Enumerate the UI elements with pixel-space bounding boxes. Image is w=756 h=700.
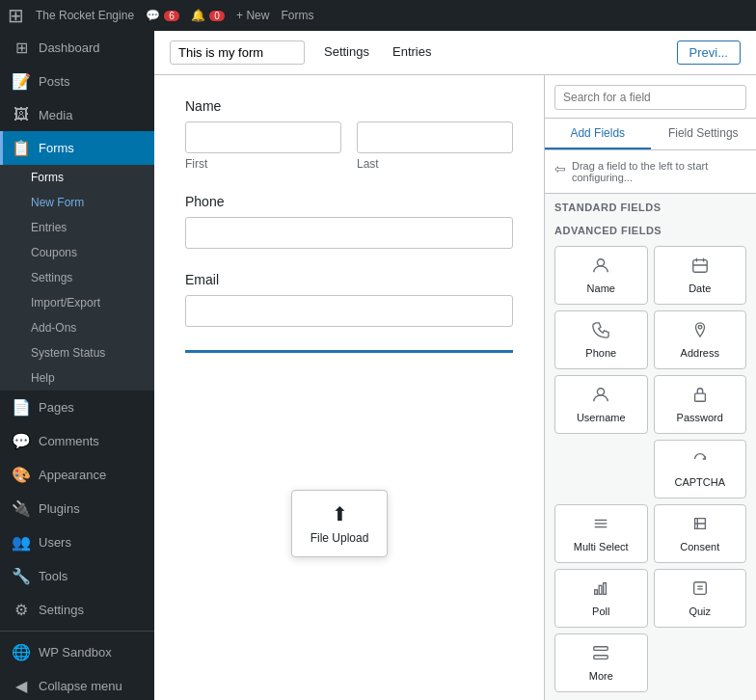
field-card-multi-select[interactable]: Multi Select xyxy=(554,504,648,563)
svg-point-3 xyxy=(598,389,605,395)
field-card-phone[interactable]: Phone xyxy=(554,310,648,369)
multi-select-field-icon xyxy=(592,515,609,537)
field-card-poll[interactable]: Poll xyxy=(554,569,648,628)
forms-label: Forms xyxy=(39,141,74,155)
file-upload-label: File Upload xyxy=(310,531,369,545)
section-label-standard: Standard Fields xyxy=(545,194,756,217)
sidebar-sub-coupons[interactable]: Coupons xyxy=(0,240,154,265)
content-area: This is my form Settings Entries Previ..… xyxy=(154,31,756,700)
tab-add-fields[interactable]: Add Fields xyxy=(545,119,651,149)
field-card-address[interactable]: Address xyxy=(654,310,747,369)
posts-label: Posts xyxy=(39,74,70,89)
input-phone[interactable] xyxy=(185,217,513,249)
field-card-quiz[interactable]: Quiz xyxy=(654,569,747,628)
sidebar-sub-help[interactable]: Help xyxy=(0,365,154,390)
field-search-wrapper xyxy=(545,75,756,119)
sidebar-item-users[interactable]: 👥 Users xyxy=(0,525,154,559)
sidebar-item-wp-sandbox[interactable]: 🌐 WP Sandbox xyxy=(0,635,154,669)
consent-field-icon xyxy=(691,515,709,537)
svg-rect-15 xyxy=(594,656,608,660)
wp-sandbox-label: WP Sandbox xyxy=(39,645,112,660)
tab-field-settings[interactable]: Field Settings xyxy=(651,119,757,149)
field-card-more[interactable]: More xyxy=(554,633,648,692)
sidebar-item-posts[interactable]: 📝 Posts xyxy=(0,65,154,98)
sidebar-collapse-button[interactable]: ◀ Collapse menu xyxy=(0,669,154,700)
password-field-icon xyxy=(691,386,709,408)
comments-item[interactable]: 💬 6 xyxy=(146,9,179,22)
comments-badge: 6 xyxy=(164,11,179,21)
new-content-button[interactable]: + New xyxy=(236,9,269,22)
wp-logo-icon[interactable]: ⊞ xyxy=(8,4,24,27)
sidebar-item-settings[interactable]: ⚙ Settings xyxy=(0,593,154,627)
phone-field-label: Phone xyxy=(585,347,616,359)
sidebar-item-dashboard[interactable]: ⊞ Dashboard xyxy=(0,31,154,65)
tools-label: Tools xyxy=(39,569,68,583)
admin-bar: ⊞ The Rocket Engine 💬 6 🔔 0 + New Forms xyxy=(0,0,756,31)
site-name-label: The Rocket Engine xyxy=(36,9,134,22)
sidebar-sub-add-ons[interactable]: Add-Ons xyxy=(0,315,154,340)
field-search-input[interactable] xyxy=(554,85,746,110)
field-card-username[interactable]: Username xyxy=(554,375,648,434)
name-field-label: Name xyxy=(587,283,615,294)
sidebar-sub-new-form[interactable]: New Form xyxy=(0,190,154,215)
fields-scroll-area: Standard Fields Advanced Fields Name xyxy=(545,194,756,700)
svg-rect-8 xyxy=(595,590,598,595)
comments-icon: 💬 xyxy=(12,432,31,450)
input-last-name[interactable] xyxy=(357,121,513,153)
comments-label: Comments xyxy=(39,434,99,448)
field-card-consent[interactable]: Consent xyxy=(654,504,747,563)
tab-entries[interactable]: Entries xyxy=(389,33,435,72)
sidebar-sub-import-export[interactable]: Import/Export xyxy=(0,290,154,315)
address-field-icon xyxy=(691,321,709,343)
svg-rect-14 xyxy=(594,647,608,651)
sub-label-last: Last xyxy=(357,157,513,171)
updates-icon: 🔔 xyxy=(191,9,205,22)
address-field-label: Address xyxy=(681,347,719,359)
multi-select-field-label: Multi Select xyxy=(574,541,629,552)
sidebar-item-media[interactable]: 🖼 Media xyxy=(0,98,154,131)
site-name[interactable]: The Rocket Engine xyxy=(36,9,134,22)
form-select-wrapper: This is my form xyxy=(170,40,305,65)
form-selector[interactable]: This is my form xyxy=(170,40,305,65)
forms-submenu: Forms New Form Entries Coupons Settings … xyxy=(0,165,154,390)
sidebar-item-plugins[interactable]: 🔌 Plugins xyxy=(0,492,154,525)
sidebar-item-appearance[interactable]: 🎨 Appearance xyxy=(0,458,154,492)
sidebar-item-tools[interactable]: 🔧 Tools xyxy=(0,559,154,593)
field-card-captcha[interactable]: CAPTCHA xyxy=(654,440,747,498)
consent-field-label: Consent xyxy=(680,541,719,552)
wp-sandbox-icon: 🌐 xyxy=(12,643,31,661)
form-canvas: Name First Last Phone xyxy=(154,75,544,700)
sidebar-item-pages[interactable]: 📄 Pages xyxy=(0,390,154,424)
tools-icon: 🔧 xyxy=(12,567,31,585)
sidebar-sub-settings[interactable]: Settings xyxy=(0,265,154,290)
sidebar-sub-system-status[interactable]: System Status xyxy=(0,340,154,365)
input-email[interactable] xyxy=(185,295,513,327)
forms-icon: 📋 xyxy=(12,139,31,157)
updates-item[interactable]: 🔔 0 xyxy=(191,9,225,22)
sidebar-item-comments[interactable]: 💬 Comments xyxy=(0,424,154,458)
dashboard-icon: ⊞ xyxy=(12,39,31,57)
sidebar-sub-entries[interactable]: Entries xyxy=(0,215,154,240)
field-card-date[interactable]: Date xyxy=(654,246,747,305)
svg-rect-1 xyxy=(693,260,707,273)
input-wrapper-phone xyxy=(185,217,513,249)
forms-admin-bar-label: Forms xyxy=(281,9,313,22)
forms-admin-bar-item[interactable]: Forms xyxy=(281,9,313,22)
preview-button[interactable]: Previ... xyxy=(677,40,741,65)
field-label-name: Name xyxy=(185,98,513,114)
sidebar-item-forms[interactable]: 📋 Forms xyxy=(0,131,154,165)
username-field-icon xyxy=(592,386,609,408)
more-field-label: More xyxy=(589,670,613,682)
dashboard-label: Dashboard xyxy=(39,40,100,55)
password-field-label: Password xyxy=(677,412,723,423)
users-icon: 👥 xyxy=(12,533,31,552)
settings-icon: ⚙ xyxy=(12,601,31,619)
sidebar-sub-forms[interactable]: Forms xyxy=(0,165,154,190)
svg-rect-4 xyxy=(694,393,705,401)
field-card-name[interactable]: Name xyxy=(554,246,648,305)
tab-settings[interactable]: Settings xyxy=(320,33,373,72)
field-card-password[interactable]: Password xyxy=(654,375,747,434)
input-wrapper-first: First xyxy=(185,121,341,171)
input-first-name[interactable] xyxy=(185,121,341,153)
panel-hint: ⇦ Drag a field to the left to start conf… xyxy=(545,150,756,194)
